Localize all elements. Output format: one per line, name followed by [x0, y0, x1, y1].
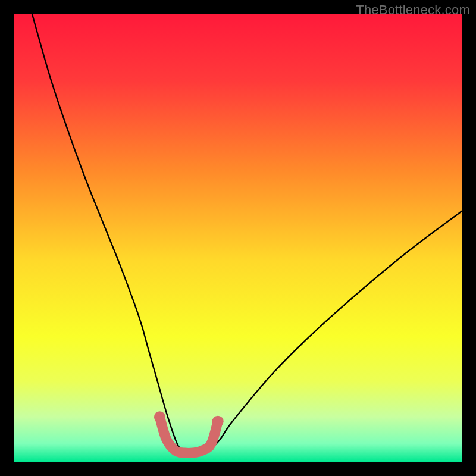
chart-frame: TheBottleneck.com	[0, 0, 476, 476]
gradient-background	[14, 14, 462, 462]
watermark-text: TheBottleneck.com	[356, 2, 470, 18]
plot-svg	[14, 14, 462, 462]
optimal-band-endpoint	[154, 411, 165, 422]
optimal-band-endpoint	[212, 416, 224, 427]
plot-area	[14, 14, 462, 462]
